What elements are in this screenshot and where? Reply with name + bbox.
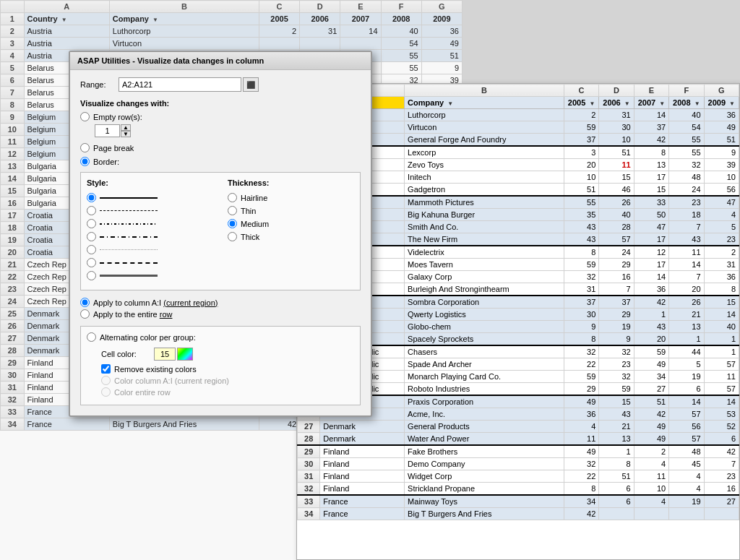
color-picker-button[interactable] [177,348,193,361]
table-row: 28DenmarkWater And Power111349576 [298,433,739,446]
page-break-radio-row: Page break [80,143,361,152]
range-picker-button[interactable]: ⬛ [243,77,259,92]
header-2005: 2005 [259,13,299,25]
cell-color-label: Cell color: [101,350,148,358]
thick-radio[interactable] [228,232,237,241]
thickness-column: Thickness: Hairline Thin Medium [228,178,354,284]
alt-color-radio[interactable] [87,332,96,342]
fg-header-2006: 2006 ▼ [599,97,634,109]
range-row: Range: ⬛ [80,77,361,92]
table-row: 2AustriaLuthorcorp231144036 [1,25,462,38]
dotdash-line [100,223,158,225]
border-radio[interactable] [80,157,90,166]
table-row: 29FinlandFake Brothers49124842 [298,445,739,458]
medium-label: Medium [241,220,269,228]
table-row: 30FinlandDemo Company3284457 [298,458,739,470]
range-label: Range: [80,80,113,89]
header-2008: 2008 [381,13,421,25]
table-row: 27DenmarkGeneral Products421495652 [298,421,739,433]
col-A: A [24,1,109,13]
header-2007: 2007 [340,13,381,25]
cell-color-input[interactable] [154,348,176,361]
spinner-input[interactable] [95,124,120,137]
style-solid-radio [87,193,213,202]
empty-rows-label: Empty row(s): [93,113,142,121]
cell-color-row: Cell color: [101,348,354,361]
fg-header-company: Company ▼ [405,97,564,109]
empty-rows-radio-group: Empty row(s): ▲ ▼ [80,112,361,137]
style-dash-input[interactable] [87,206,96,215]
medium-line [100,262,158,264]
dash2-line [100,236,158,238]
style-medium-radio [87,258,213,267]
style-medium-input[interactable] [87,258,96,267]
fg-header-2008: 2008 ▼ [669,97,704,109]
dialog: ASAP Utilities - Visualize data changes … [69,51,372,417]
style-solid-input[interactable] [87,193,96,202]
style-dash2-radio [87,232,213,241]
hairline-radio[interactable] [228,193,237,202]
apply-row-radio[interactable] [80,309,90,319]
page-break-radio[interactable] [80,143,90,152]
fg-col-B: B [405,85,564,97]
color-row-row: Color entire row [101,387,354,397]
spinner-row: ▲ ▼ [95,124,361,137]
style-column: Style: [87,178,213,284]
dot-line [100,249,158,250]
apply-col-radio[interactable] [80,298,90,307]
col-D: D [300,1,340,13]
style-dotdash-input[interactable] [87,219,96,228]
fg-col-D: D [599,85,634,97]
fg-col-C: C [564,85,598,97]
style-dotdash-radio [87,219,213,228]
empty-rows-radio[interactable] [80,112,90,121]
thin-radio-row: Thin [228,206,354,215]
thin-label: Thin [241,207,256,215]
hairline-label: Hairline [241,194,267,202]
style-dash2-input[interactable] [87,232,96,241]
style-dot-radio [87,245,213,254]
fg-header-2005: 2005 ▼ [564,97,598,109]
alt-color-options: Cell color: Remove existing colors Color… [101,348,354,397]
color-col-radio[interactable] [101,376,111,385]
alt-color-title: Alternating color per group: [87,332,354,342]
color-row-radio[interactable] [101,387,111,397]
col-C: C [259,1,299,13]
apply-col-label: Apply to column A:I (current region) [93,298,218,307]
style-heavy-input[interactable] [87,271,96,280]
spinner-buttons: ▲ ▼ [121,124,131,137]
thickness-label: Thickness: [228,178,354,187]
dialog-body: Range: ⬛ Visualize changes with: Empty r… [70,70,371,415]
thin-radio[interactable] [228,206,237,215]
medium-radio-row: Medium [228,219,354,228]
col-B: B [109,1,259,13]
page-break-label: Page break [93,144,134,152]
corner-cell [1,1,25,13]
color-col-label: Color column A:I (current region) [114,376,229,385]
header-2009: 2009 [421,13,462,25]
border-section: Style: [80,172,361,290]
remove-colors-checkbox[interactable] [101,364,111,374]
table-row: 32FinlandStrickland Propane8610416 [298,483,739,496]
table-row: 34FranceBig T Burgers And Fries42 [298,508,739,520]
style-dash-radio [87,206,213,215]
header-country: Country ▼ [24,13,109,25]
medium-radio[interactable] [228,219,237,228]
spinner-up[interactable]: ▲ [121,124,131,131]
apply-section: Apply to column A:I (current region) App… [80,298,361,319]
thick-label: Thick [241,233,259,241]
apply-row-row: Apply to the entire row [80,309,361,319]
range-input[interactable] [119,77,241,92]
apply-row-label: Apply to the entire row [93,310,172,319]
border-radio-row: Border: [80,157,361,166]
spinner-down[interactable]: ▼ [121,131,131,137]
solid-line [100,197,158,199]
alt-color-label: Alternating color per group: [100,333,196,342]
header-2006: 2006 [300,13,340,25]
fg-col-G: G [704,85,739,97]
dash-line [100,210,158,211]
color-col-row: Color column A:I (current region) [101,376,354,385]
dialog-title: ASAP Utilities - Visualize data changes … [70,52,371,70]
style-dot-input[interactable] [87,245,96,254]
thick-radio-row: Thick [228,232,354,241]
